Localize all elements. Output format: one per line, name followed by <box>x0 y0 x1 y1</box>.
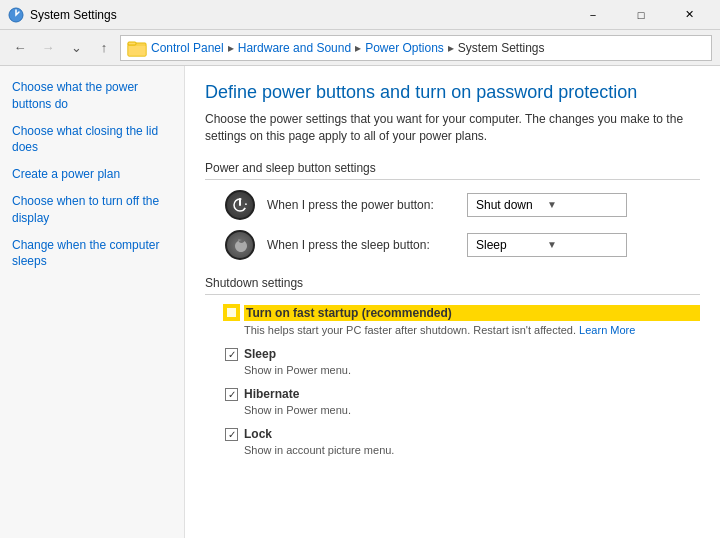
sleep-checkbox[interactable] <box>225 348 238 361</box>
shutdown-section: Shutdown settings Turn on fast startup (… <box>205 276 700 458</box>
sleep-checkbox-wrapper <box>225 348 238 361</box>
hibernate-checkbox-wrapper <box>225 388 238 401</box>
fast-startup-row: Turn on fast startup (recommended) This … <box>205 305 700 337</box>
lock-label: Lock <box>244 427 700 441</box>
breadcrumb-power-options[interactable]: Power Options <box>365 41 444 55</box>
sleep-button-row: When I press the sleep button: Sleep ▼ <box>205 230 700 260</box>
content-area: Define power buttons and turn on passwor… <box>185 66 720 538</box>
lock-row: Lock Show in account picture menu. <box>205 427 700 457</box>
nav-item-create-plan[interactable]: Create a power plan <box>0 161 184 188</box>
breadcrumb: Control Panel ▸ Hardware and Sound ▸ Pow… <box>120 35 712 61</box>
lock-sublabel: Show in account picture menu. <box>244 443 700 457</box>
lock-checkbox-wrapper <box>225 428 238 441</box>
back-button[interactable]: ← <box>8 36 32 60</box>
hibernate-content: Hibernate Show in Power menu. <box>244 387 700 417</box>
sleep-content: Sleep Show in Power menu. <box>244 347 700 377</box>
sleep-dropdown-arrow: ▼ <box>547 239 618 250</box>
breadcrumb-hardware-sound[interactable]: Hardware and Sound <box>238 41 351 55</box>
sleep-button-icon <box>225 230 255 260</box>
power-button-icon <box>225 190 255 220</box>
hibernate-sublabel: Show in Power menu. <box>244 403 700 417</box>
lock-content: Lock Show in account picture menu. <box>244 427 700 457</box>
breadcrumb-current: System Settings <box>458 41 545 55</box>
close-button[interactable]: ✕ <box>666 0 712 30</box>
nav-item-closing-lid[interactable]: Choose what closing the lid does <box>0 118 184 162</box>
maximize-button[interactable]: □ <box>618 0 664 30</box>
fast-startup-checkbox[interactable] <box>225 306 238 319</box>
up-button[interactable]: ↑ <box>92 36 116 60</box>
hibernate-label: Hibernate <box>244 387 700 401</box>
shutdown-section-header: Shutdown settings <box>205 276 700 295</box>
fast-startup-label: Turn on fast startup (recommended) <box>244 305 700 321</box>
sleep-row: Sleep Show in Power menu. <box>205 347 700 377</box>
dropdown-history-button[interactable]: ⌄ <box>64 36 88 60</box>
nav-item-change-sleep[interactable]: Change when the computer sleeps <box>0 232 184 276</box>
sleep-label: Sleep <box>244 347 700 361</box>
breadcrumb-control-panel[interactable]: Control Panel <box>151 41 224 55</box>
power-dropdown-arrow: ▼ <box>547 199 618 210</box>
title-bar-controls: − □ ✕ <box>570 0 712 30</box>
nav-item-power-buttons[interactable]: Choose what the power buttons do <box>0 74 184 118</box>
hibernate-checkbox[interactable] <box>225 388 238 401</box>
power-button-label: When I press the power button: <box>267 198 467 212</box>
title-bar-text: System Settings <box>30 8 117 22</box>
left-nav: Choose what the power buttons do Choose … <box>0 66 185 538</box>
fast-startup-sublabel: This helps start your PC faster after sh… <box>244 323 700 337</box>
svg-rect-2 <box>128 45 146 56</box>
forward-button[interactable]: → <box>36 36 60 60</box>
nav-item-turn-off-display[interactable]: Choose when to turn off the display <box>0 188 184 232</box>
fast-startup-checkbox-wrapper <box>225 306 238 319</box>
sleep-button-value: Sleep <box>476 238 547 252</box>
power-sleep-section-header: Power and sleep button settings <box>205 161 700 180</box>
minimize-button[interactable]: − <box>570 0 616 30</box>
lock-checkbox[interactable] <box>225 428 238 441</box>
sleep-sublabel: Show in Power menu. <box>244 363 700 377</box>
fast-startup-learn-more[interactable]: Learn More <box>579 324 635 336</box>
main-content: Choose what the power buttons do Choose … <box>0 66 720 538</box>
power-button-value: Shut down <box>476 198 547 212</box>
page-description: Choose the power settings that you want … <box>205 111 685 145</box>
sleep-button-label: When I press the sleep button: <box>267 238 467 252</box>
fast-startup-content: Turn on fast startup (recommended) This … <box>244 305 700 337</box>
svg-rect-3 <box>128 42 136 45</box>
page-title: Define power buttons and turn on passwor… <box>205 82 700 103</box>
power-button-dropdown[interactable]: Shut down ▼ <box>467 193 627 217</box>
address-bar: ← → ⌄ ↑ Control Panel ▸ Hardware and Sou… <box>0 30 720 66</box>
power-button-row: When I press the power button: Shut down… <box>205 190 700 220</box>
app-icon <box>8 7 24 23</box>
sleep-button-dropdown[interactable]: Sleep ▼ <box>467 233 627 257</box>
hibernate-row: Hibernate Show in Power menu. <box>205 387 700 417</box>
title-bar: System Settings − □ ✕ <box>0 0 720 30</box>
